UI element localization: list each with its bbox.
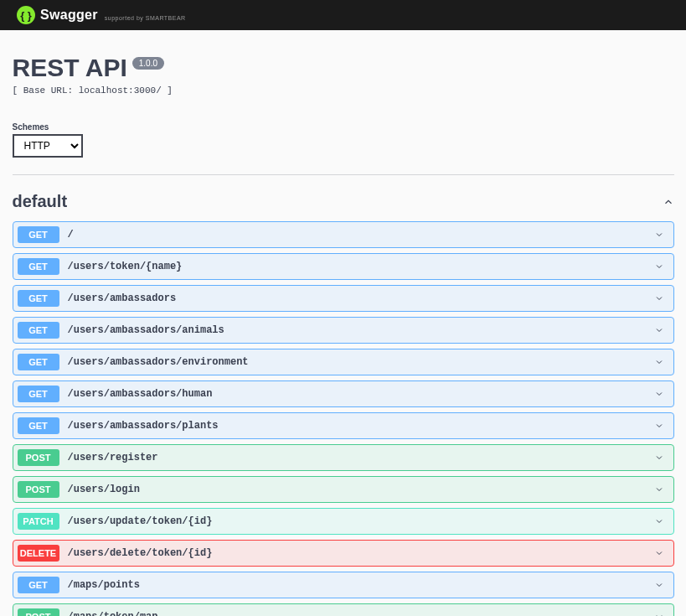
method-badge: POST: [18, 481, 59, 498]
chevron-down-icon: [654, 421, 664, 431]
chevron-down-icon: [654, 612, 664, 616]
logo-icon: { }: [17, 6, 35, 24]
operation-row[interactable]: GET/users/ambassadors/environment: [13, 349, 674, 375]
method-badge: GET: [18, 577, 59, 593]
operation-row[interactable]: POST/users/register: [13, 444, 674, 471]
operation-path: /users/token/{name}: [68, 261, 654, 272]
method-badge: GET: [18, 226, 59, 243]
method-badge: PATCH: [18, 513, 59, 530]
operation-row[interactable]: GET/: [13, 221, 674, 248]
operation-path: /users/ambassadors/plants: [68, 420, 654, 432]
chevron-down-icon: [654, 389, 664, 399]
operations-list: GET/GET/users/token/{name}GET/users/amba…: [13, 221, 674, 616]
chevron-down-icon: [654, 580, 664, 590]
topbar: { } Swagger supported by SMARTBEAR: [0, 0, 686, 30]
method-badge: GET: [18, 386, 59, 402]
chevron-down-icon: [654, 548, 664, 558]
operation-row[interactable]: GET/users/ambassadors/human: [13, 380, 674, 407]
operation-path: /users/ambassadors/environment: [68, 356, 654, 368]
chevron-down-icon: [654, 293, 664, 303]
chevron-down-icon: [654, 453, 664, 463]
operation-row[interactable]: GET/maps/points: [13, 572, 674, 598]
base-url: [ Base URL: localhost:3000/ ]: [13, 85, 674, 96]
logo-subtext: supported by SMARTBEAR: [105, 15, 186, 21]
operation-row[interactable]: GET/users/ambassadors/animals: [13, 317, 674, 344]
chevron-up-icon: [663, 196, 674, 208]
operation-path: /users/ambassadors/animals: [68, 324, 654, 336]
operation-path: /users/register: [68, 452, 654, 463]
chevron-down-icon: [654, 230, 664, 240]
operation-row[interactable]: GET/users/ambassadors: [13, 285, 674, 312]
section-title: default: [13, 192, 68, 211]
operation-path: /users/update/token/{id}: [68, 515, 654, 527]
operation-path: /users/ambassadors/human: [68, 388, 654, 400]
method-badge: POST: [18, 449, 59, 466]
operation-path: /users/ambassadors: [68, 292, 654, 304]
operation-row[interactable]: GET/users/ambassadors/plants: [13, 412, 674, 439]
operation-path: /users/delete/token/{id}: [68, 547, 654, 559]
operation-row[interactable]: PATCH/users/update/token/{id}: [13, 508, 674, 535]
api-header: REST API 1.0.0 [ Base URL: localhost:300…: [13, 30, 674, 109]
section-header[interactable]: default: [13, 185, 674, 221]
method-badge: GET: [18, 322, 59, 339]
version-badge: 1.0.0: [132, 57, 164, 70]
method-badge: GET: [18, 417, 59, 434]
schemes-label: Schemes: [13, 122, 674, 132]
chevron-down-icon: [654, 261, 664, 272]
method-badge: GET: [18, 258, 59, 275]
operation-path: /maps/token/map: [68, 611, 654, 616]
chevron-down-icon: [654, 516, 664, 526]
method-badge: GET: [18, 290, 59, 307]
operation-row[interactable]: POST/users/login: [13, 476, 674, 503]
chevron-down-icon: [654, 484, 664, 494]
method-badge: GET: [18, 354, 59, 370]
chevron-down-icon: [654, 357, 664, 367]
operation-row[interactable]: GET/users/token/{name}: [13, 253, 674, 280]
operation-path: /: [68, 229, 654, 241]
schemes-select[interactable]: HTTP: [13, 134, 83, 158]
method-badge: DELETE: [18, 545, 59, 562]
swagger-logo[interactable]: { } Swagger supported by SMARTBEAR: [17, 6, 186, 24]
page-title: REST API: [13, 54, 127, 82]
operation-row[interactable]: DELETE/users/delete/token/{id}: [13, 540, 674, 567]
schemes-section: Schemes HTTP: [13, 109, 674, 174]
operation-row[interactable]: POST/maps/token/map: [13, 603, 674, 616]
logo-text: Swagger: [40, 8, 98, 23]
operation-path: /users/login: [68, 484, 654, 495]
operation-path: /maps/points: [68, 579, 654, 591]
chevron-down-icon: [654, 325, 664, 335]
method-badge: POST: [18, 608, 59, 616]
